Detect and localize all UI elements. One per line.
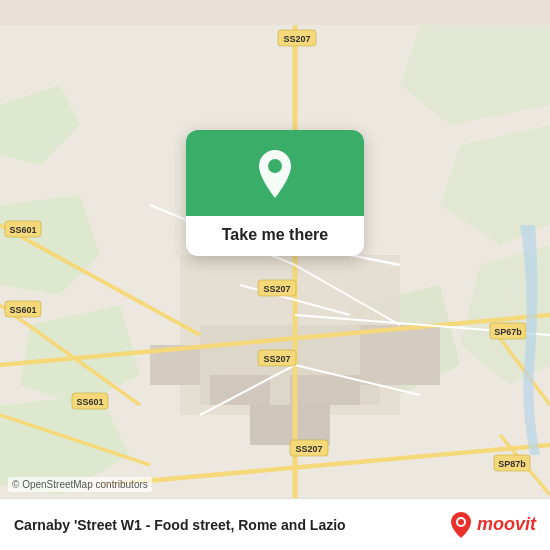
svg-rect-12: [210, 375, 270, 405]
svg-rect-14: [250, 405, 330, 445]
moovit-brand-text: moovit: [477, 514, 536, 535]
info-bar: Carnaby 'Street W1 - Food street, Rome a…: [0, 498, 550, 550]
map-attribution: © OpenStreetMap contributors: [8, 477, 152, 492]
action-card-header: [186, 130, 364, 216]
location-pin-icon: [253, 148, 297, 200]
svg-text:SS601: SS601: [76, 397, 103, 407]
svg-rect-13: [290, 375, 360, 405]
svg-point-52: [458, 519, 464, 525]
svg-text:SS207: SS207: [295, 444, 322, 454]
svg-point-50: [268, 159, 282, 173]
moovit-logo: moovit: [449, 511, 536, 539]
map-background: SS207 SS207 SS207 SS207 SS601 SS601 SS60…: [0, 0, 550, 550]
svg-text:SP67b: SP67b: [494, 327, 522, 337]
place-name: Carnaby 'Street W1 - Food street, Rome a…: [14, 517, 449, 533]
svg-text:SS207: SS207: [263, 284, 290, 294]
svg-text:SP87b: SP87b: [498, 459, 526, 469]
action-card[interactable]: Take me there: [186, 130, 364, 256]
svg-text:SS207: SS207: [283, 34, 310, 44]
svg-text:SS601: SS601: [9, 225, 36, 235]
take-me-there-button[interactable]: Take me there: [204, 216, 346, 256]
map-container: SS207 SS207 SS207 SS207 SS601 SS601 SS60…: [0, 0, 550, 550]
svg-text:SS601: SS601: [9, 305, 36, 315]
svg-rect-16: [360, 325, 440, 385]
moovit-pin-icon: [449, 511, 473, 539]
svg-text:SS207: SS207: [263, 354, 290, 364]
